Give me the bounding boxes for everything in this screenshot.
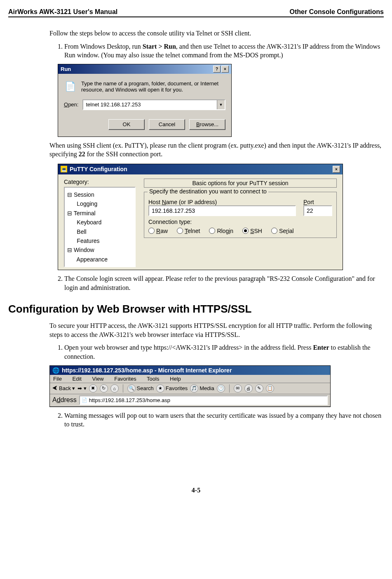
https-intro: To secure your HTTP access, the AWK-3121…: [49, 321, 384, 339]
history-icon[interactable]: 🕑: [217, 384, 225, 393]
run-open-input[interactable]: [83, 100, 217, 109]
host-label: Host Name (or IP address): [148, 199, 296, 205]
run-dialog: Run ? × 📄 Type the name of a program, fo…: [58, 64, 232, 137]
back-button[interactable]: ⮜ Back ▾: [52, 385, 75, 391]
https-step-1: Open your web browser and type https://<…: [64, 343, 384, 361]
tree-bell[interactable]: Bell: [67, 227, 133, 236]
radio-serial[interactable]: Serial: [271, 228, 294, 234]
tree-keyboard[interactable]: Keyboard: [67, 218, 133, 227]
putty-right-pane: Basic options for your PuTTY session Spe…: [144, 179, 337, 267]
intro-paragraph: Follow the steps below to access the con…: [49, 29, 384, 38]
category-label: Category:: [64, 179, 136, 185]
category-tree[interactable]: ⊟ Session Logging ⊟ Terminal Keyboard Be…: [64, 187, 136, 267]
browse-button[interactable]: Browse...: [189, 119, 225, 130]
group-legend: Specify the destination you want to conn…: [148, 188, 268, 195]
tree-logging[interactable]: Logging: [67, 199, 133, 208]
basic-options-title: Basic options for your PuTTY session: [144, 179, 337, 188]
tree-window[interactable]: ⊟ Window: [67, 245, 133, 254]
ok-button[interactable]: OK: [108, 119, 145, 130]
tree-appearance[interactable]: Appearance: [67, 255, 133, 264]
ie-window: 🌐 https://192.168.127.253/home.asp - Mic…: [49, 365, 331, 407]
address-label: Address: [52, 396, 77, 404]
destination-groupbox: Specify the destination you want to conn…: [144, 192, 337, 238]
radio-raw[interactable]: Raw: [148, 228, 168, 234]
favorites-button[interactable]: ★Favorites: [156, 384, 188, 393]
address-url: https://192.168.127.253/home.asp: [89, 397, 170, 403]
step-2: The Console login screen will appear. Pl…: [64, 274, 384, 292]
menu-tools[interactable]: Tools: [147, 376, 159, 382]
media-button[interactable]: 🎵Media: [190, 384, 214, 393]
step1-bold: Start > Run: [143, 43, 176, 50]
mail-icon[interactable]: ✉: [234, 384, 242, 393]
header-left: AirWorks AWK-3121 User's Manual: [8, 8, 117, 16]
telnet-steps-2: The Console login screen will appear. Pl…: [49, 274, 384, 292]
run-open-combo[interactable]: ▼: [82, 99, 225, 110]
page-icon: 📄: [82, 397, 87, 403]
menu-file[interactable]: File: [53, 376, 62, 382]
close-icon[interactable]: ×: [221, 66, 229, 73]
host-input[interactable]: [148, 205, 296, 216]
page-header: AirWorks AWK-3121 User's Manual Other Co…: [8, 8, 384, 17]
menu-favorites[interactable]: Favorites: [114, 376, 136, 382]
search-button[interactable]: 🔍Search: [127, 384, 154, 393]
menu-view[interactable]: View: [92, 376, 104, 382]
tree-terminal[interactable]: ⊟ Terminal: [67, 209, 133, 218]
https-step-2: Warning messages will pop out to warn us…: [64, 411, 384, 429]
search-icon: 🔍: [127, 384, 136, 393]
cancel-button[interactable]: Cancel: [149, 119, 185, 130]
open-label: Open:: [64, 101, 78, 108]
titlebar-buttons: ? ×: [213, 66, 229, 73]
help-icon[interactable]: ?: [213, 66, 221, 73]
edit-icon[interactable]: ✎: [255, 384, 263, 393]
tree-session[interactable]: ⊟ Session: [67, 190, 133, 199]
discuss-icon[interactable]: 📋: [266, 384, 274, 393]
run-icon: 📄: [64, 80, 76, 93]
favorites-icon: ★: [156, 384, 164, 393]
ie-toolbar: ⮜ Back ▾ ➡ ▾ ✖ ↻ ⌂ 🔍Search ★Favorites 🎵M…: [50, 383, 330, 394]
port-input[interactable]: [303, 205, 332, 216]
stop-icon[interactable]: ✖: [89, 384, 97, 393]
https-steps-2: Warning messages will pop out to warn us…: [49, 411, 384, 429]
putty-title-text: PuTTY Configuration: [70, 166, 127, 172]
print-icon[interactable]: 🖨: [244, 384, 253, 393]
page-number: 4-5: [8, 487, 384, 494]
step-1: From Windows Desktop, run Start > Run, a…: [64, 42, 384, 60]
radio-telnet[interactable]: Telnet: [177, 228, 200, 234]
https-section-heading: Configuration by Web Browser with HTTPS/…: [8, 303, 384, 315]
connection-type-radios: Raw Telnet Rlogin SSH Serial: [148, 228, 332, 234]
telnet-steps: From Windows Desktop, run Start > Run, a…: [49, 42, 384, 60]
main-content: Follow the steps below to access the con…: [49, 29, 384, 429]
home-icon[interactable]: ⌂: [110, 384, 119, 393]
refresh-icon[interactable]: ↻: [100, 384, 108, 393]
step1-pre: From Windows Desktop, run: [64, 43, 143, 50]
putty-left-pane: Category: ⊟ Session Logging ⊟ Terminal K…: [64, 179, 136, 267]
run-title: Run: [61, 66, 71, 72]
ie-icon: 🌐: [52, 367, 59, 374]
radio-rlogin[interactable]: Rlogin: [209, 228, 233, 234]
run-titlebar: Run ? ×: [58, 64, 231, 74]
radio-ssh[interactable]: SSH: [242, 228, 262, 234]
address-input[interactable]: 📄 https://192.168.127.253/home.asp: [79, 395, 328, 405]
close-icon[interactable]: ×: [333, 166, 340, 173]
forward-button[interactable]: ➡ ▾: [77, 385, 87, 391]
tree-features[interactable]: Features: [67, 236, 133, 245]
header-right: Other Console Configurations: [290, 8, 384, 16]
ssh-paragraph: When using SSH client (ex. PuTTY), pleas…: [49, 141, 384, 159]
ie-addressbar: Address 📄 https://192.168.127.253/home.a…: [50, 394, 330, 407]
media-icon: 🎵: [190, 384, 198, 393]
run-description: Type the name of a program, folder, docu…: [81, 80, 225, 93]
menu-help[interactable]: Help: [170, 376, 181, 382]
putty-titlebar: 💻PuTTY Configuration ×: [58, 164, 343, 174]
chevron-down-icon[interactable]: ▼: [217, 100, 225, 109]
ie-menubar: File Edit View Favorites Tools Help: [50, 375, 330, 383]
https-steps: Open your web browser and type https://<…: [49, 343, 384, 361]
ie-title-text: https://192.168.127.253/home.asp - Micro…: [62, 367, 232, 374]
ie-titlebar: 🌐 https://192.168.127.253/home.asp - Mic…: [50, 366, 330, 375]
port-label: Port: [303, 199, 332, 205]
connection-type-label: Connection type:: [148, 219, 332, 225]
putty-icon: 💻: [61, 166, 67, 172]
menu-edit[interactable]: Edit: [73, 376, 82, 382]
putty-window: 💻PuTTY Configuration × Category: ⊟ Sessi…: [58, 164, 343, 270]
